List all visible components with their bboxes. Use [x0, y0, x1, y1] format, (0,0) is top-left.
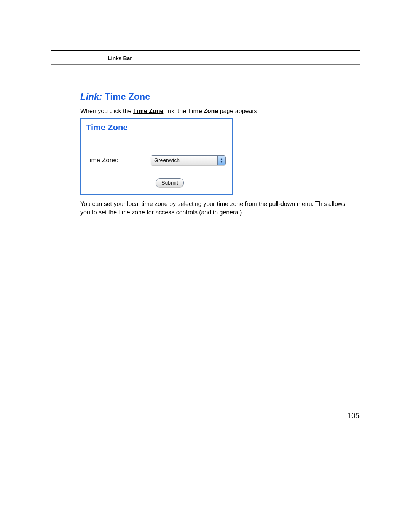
intro-post: page appears.	[218, 108, 259, 114]
intro-pre: When you click the	[80, 108, 133, 114]
intro-text: When you click the Time Zone link, the T…	[80, 108, 354, 115]
page-header: Links Bar	[51, 53, 360, 64]
caption-text: You can set your local time zone by sele…	[80, 200, 354, 216]
panel-title: Time Zone	[86, 123, 227, 133]
timezone-panel: Time Zone Time Zone: Greenwich Submit	[80, 118, 233, 195]
footer-divider	[51, 404, 360, 404]
submit-row: Submit	[86, 178, 227, 187]
timezone-select[interactable]: Greenwich	[151, 155, 226, 165]
intro-pagename: Time Zone	[188, 108, 218, 114]
timezone-select-value: Greenwich	[151, 157, 217, 163]
heading-title: Time Zone	[105, 91, 150, 102]
intro-mid: link, the	[163, 108, 188, 114]
document-page: Links Bar Link: Time Zone When you click…	[51, 50, 360, 216]
intro-link: Time Zone	[133, 108, 164, 114]
submit-button-label: Submit	[161, 180, 178, 186]
timezone-row: Time Zone: Greenwich	[86, 155, 227, 165]
section-heading: Link: Time Zone	[80, 91, 354, 104]
top-rule	[51, 50, 360, 51]
header-divider	[51, 64, 360, 65]
content-area: Link: Time Zone When you click the Time …	[80, 91, 354, 216]
submit-button[interactable]: Submit	[156, 178, 184, 187]
header-label: Links Bar	[108, 55, 132, 61]
heading-prefix: Link:	[80, 91, 102, 102]
timezone-label: Time Zone:	[86, 157, 151, 164]
page-number: 105	[347, 411, 360, 420]
updown-icon	[217, 156, 225, 165]
